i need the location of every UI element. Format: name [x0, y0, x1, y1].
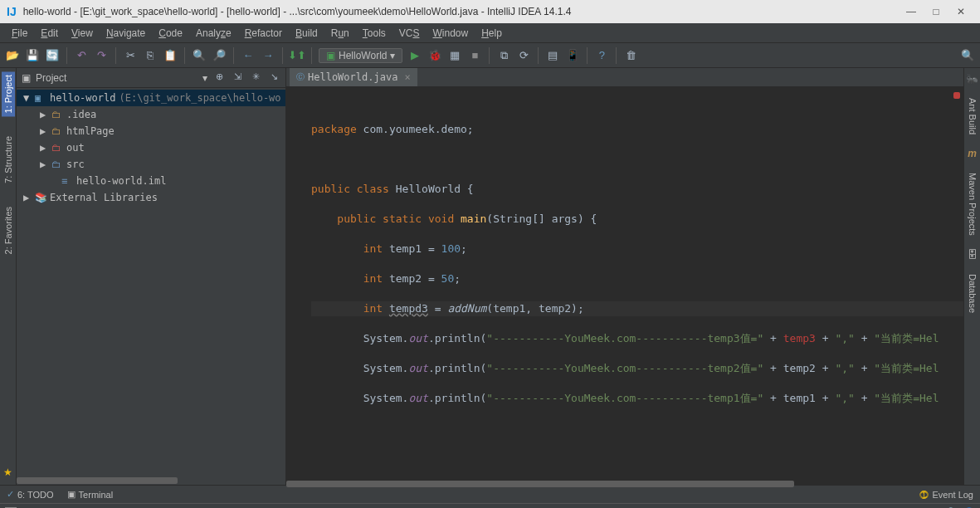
tree-src[interactable]: ▶🗀src: [17, 156, 285, 173]
stop-icon[interactable]: ■: [467, 48, 482, 63]
editor-tabbar: Ⓒ HelloWorld.java ×: [286, 68, 963, 87]
debug-button[interactable]: 🐞: [427, 48, 442, 63]
menu-tools[interactable]: Tools: [358, 26, 391, 41]
project-view-label[interactable]: Project: [36, 72, 197, 84]
menu-analyze[interactable]: Analyze: [191, 26, 236, 41]
project-panel-header: ▣ Project ▾ ⊕ ⇲ ✳ ↘: [17, 68, 285, 88]
chevron-down-icon: ▾: [390, 50, 395, 61]
find-icon[interactable]: 🔍: [192, 48, 207, 63]
replace-icon[interactable]: 🔎: [212, 48, 227, 63]
menubar: File Edit View Navigate Code Analyze Ref…: [0, 23, 980, 43]
hide-icon[interactable]: ↘: [267, 71, 280, 85]
minimize-button[interactable]: —: [899, 3, 924, 20]
tree-external-libs[interactable]: ▶📚External Libraries: [17, 189, 285, 206]
close-button[interactable]: ✕: [948, 3, 973, 20]
settings-gear-icon[interactable]: ✳: [249, 71, 262, 85]
sync-icon[interactable]: 🔄: [45, 48, 60, 63]
gc-icon[interactable]: 🗑: [623, 48, 638, 63]
project-tree: ▼▣ hello-world (E:\git_work_space\hello-…: [17, 88, 285, 208]
make-icon[interactable]: ⬇⬆: [290, 48, 305, 63]
window-title: hello-world - [E:\git_work_space\hello-w…: [23, 6, 899, 17]
tree-out[interactable]: ▶🗀out: [17, 139, 285, 156]
tree-idea[interactable]: ▶🗀.idea: [17, 106, 285, 123]
error-stripe-mark[interactable]: [953, 92, 960, 99]
todo-tool[interactable]: ✓6: TODO: [7, 489, 54, 500]
menu-file[interactable]: File: [7, 26, 32, 41]
paste-icon[interactable]: 📋: [163, 48, 178, 63]
update-icon[interactable]: ⟳: [516, 48, 531, 63]
menu-navigate[interactable]: Navigate: [101, 26, 150, 41]
tool-maven-tab[interactable]: Maven Projects: [968, 169, 978, 239]
tree-htmlpage[interactable]: ▶🗀htmlPage: [17, 123, 285, 139]
tool-database-tab[interactable]: Database: [968, 271, 978, 316]
statusbar: ▢ Power save mode is on: Code insight an…: [0, 503, 980, 508]
editor-area: Ⓒ HelloWorld.java × package com.youmeek.…: [286, 68, 963, 485]
editor-tab-label: HelloWorld.java: [308, 71, 397, 83]
tool-favorites-tab[interactable]: 2: Favorites: [3, 203, 13, 257]
intellij-logo-icon: IJ: [7, 5, 17, 18]
avd-icon[interactable]: 📱: [565, 48, 580, 63]
structure-icon[interactable]: ▤: [545, 48, 560, 63]
menu-help[interactable]: Help: [476, 26, 507, 41]
bottom-toolbar: ✓6: TODO ▣Terminal ⓵Event Log: [0, 485, 980, 503]
copy-icon[interactable]: ⎘: [143, 48, 158, 63]
tree-iml[interactable]: ≡hello-world.iml: [17, 173, 285, 189]
terminal-tool[interactable]: ▣Terminal: [67, 489, 114, 500]
ant-icon: 🐜: [966, 73, 978, 85]
run-config-label: HelloWorld: [339, 50, 387, 61]
save-icon[interactable]: 💾: [25, 48, 40, 63]
tree-root[interactable]: ▼▣ hello-world (E:\git_work_space\hello-…: [17, 90, 285, 106]
menu-vcs[interactable]: VCS: [394, 26, 425, 41]
event-log-tool[interactable]: ⓵Event Log: [919, 490, 973, 500]
vcs-icon[interactable]: ⧉: [496, 48, 511, 63]
project-panel: ▣ Project ▾ ⊕ ⇲ ✳ ↘ ▼▣ hello-world (E:\g…: [17, 68, 286, 485]
maven-icon: m: [968, 148, 977, 159]
editor-tab[interactable]: Ⓒ HelloWorld.java ×: [290, 68, 417, 86]
help-icon[interactable]: ?: [594, 48, 609, 63]
project-view-icon: ▣: [22, 72, 31, 84]
coverage-icon[interactable]: ▦: [447, 48, 462, 63]
undo-icon[interactable]: ↶: [74, 48, 89, 63]
maximize-button[interactable]: □: [924, 3, 948, 20]
back-icon[interactable]: ←: [241, 48, 256, 63]
left-tool-gutter: 1: Project 7: Structure 2: Favorites ★: [0, 68, 17, 485]
forward-icon[interactable]: →: [261, 48, 275, 63]
project-hscroll[interactable]: [17, 476, 285, 485]
tool-structure-tab[interactable]: 7: Structure: [3, 133, 13, 187]
code-editor[interactable]: package com.youmeek.demo; public class H…: [286, 87, 963, 480]
run-config-icon: ▣: [326, 50, 335, 61]
star-icon: ★: [3, 466, 12, 478]
tool-ant-tab[interactable]: Ant Build: [968, 95, 978, 138]
menu-code[interactable]: Code: [154, 26, 188, 41]
scroll-to-icon[interactable]: ⊕: [212, 71, 226, 85]
cut-icon[interactable]: ✂: [123, 48, 138, 63]
right-tool-gutter: 🐜 Ant Build m Maven Projects 🗄 Database: [963, 68, 980, 485]
menu-refactor[interactable]: Refactor: [240, 26, 287, 41]
menu-view[interactable]: View: [66, 26, 98, 41]
editor-hscroll[interactable]: [286, 480, 963, 485]
tool-project-tab[interactable]: 1: Project: [2, 71, 15, 116]
search-everywhere-icon[interactable]: 🔍: [960, 48, 975, 63]
menu-run[interactable]: Run: [326, 26, 354, 41]
run-config-select[interactable]: ▣ HelloWorld ▾: [319, 48, 402, 63]
toolbar: 📂 💾 🔄 ↶ ↷ ✂ ⎘ 📋 🔍 🔎 ← → ⬇⬆ ▣ HelloWorld …: [0, 43, 980, 68]
menu-edit[interactable]: Edit: [36, 26, 63, 41]
java-class-icon: Ⓒ: [296, 71, 305, 83]
close-tab-icon[interactable]: ×: [404, 71, 410, 83]
open-icon[interactable]: 📂: [5, 48, 20, 63]
menu-build[interactable]: Build: [290, 26, 323, 41]
dropdown-icon[interactable]: ▾: [202, 72, 207, 84]
titlebar: IJ hello-world - [E:\git_work_space\hell…: [0, 0, 980, 23]
collapse-icon[interactable]: ⇲: [231, 71, 244, 85]
run-button[interactable]: ▶: [407, 48, 422, 63]
menu-window[interactable]: Window: [427, 26, 473, 41]
redo-icon[interactable]: ↷: [94, 48, 109, 63]
database-icon: 🗄: [968, 249, 978, 261]
